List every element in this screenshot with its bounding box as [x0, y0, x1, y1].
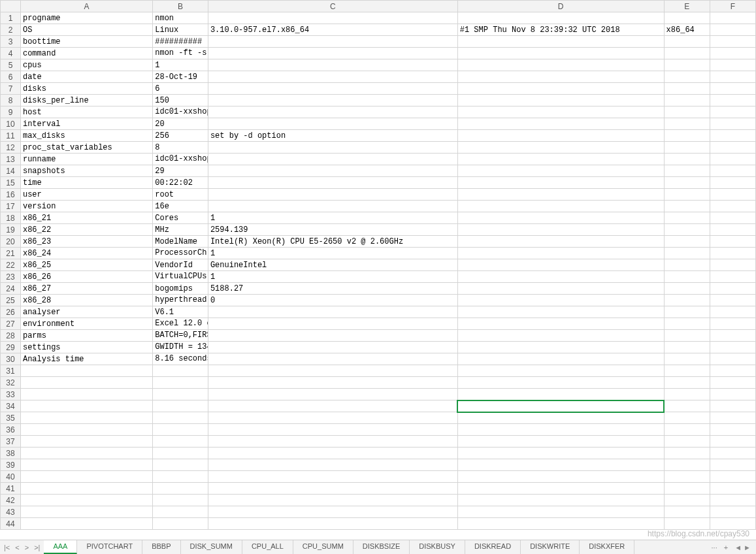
cell[interactable] [153, 400, 208, 412]
cell[interactable]: 00:22:02 [153, 177, 208, 189]
cell[interactable] [710, 400, 755, 412]
cell[interactable] [457, 83, 664, 95]
cell[interactable] [710, 318, 755, 330]
row-head[interactable]: 32 [1, 377, 21, 389]
cell[interactable]: disks [20, 83, 152, 95]
cell[interactable]: root [153, 189, 208, 201]
cell[interactable]: settings [20, 342, 152, 353]
cell[interactable] [664, 436, 710, 448]
column-headers[interactable]: A B C D E F [1, 1, 756, 12]
col-head-B[interactable]: B [153, 1, 208, 12]
cell[interactable] [664, 306, 710, 318]
cell[interactable] [457, 95, 664, 106]
cell[interactable] [457, 271, 664, 283]
cell[interactable] [664, 471, 710, 483]
cell[interactable]: x86_24 [20, 248, 152, 259]
cell[interactable] [457, 459, 664, 471]
cell[interactable] [457, 248, 664, 259]
cell[interactable] [20, 412, 152, 424]
row-head[interactable]: 26 [1, 306, 21, 318]
cell[interactable]: 28-Oct-19 [153, 71, 208, 83]
cell[interactable] [457, 106, 664, 118]
cell[interactable]: VirtualCPUs [153, 271, 208, 283]
cell[interactable] [710, 201, 755, 212]
cell[interactable] [20, 459, 152, 471]
cell[interactable] [710, 212, 755, 224]
cell[interactable]: 1 [208, 212, 457, 224]
sheet-tab[interactable]: DISKREAD [465, 540, 521, 554]
row-head[interactable]: 22 [1, 259, 21, 271]
cell[interactable] [664, 506, 710, 518]
cell[interactable] [710, 177, 755, 189]
cell[interactable] [208, 201, 457, 212]
cell[interactable] [208, 12, 457, 24]
row-head[interactable]: 17 [1, 201, 21, 212]
col-head-A[interactable]: A [20, 1, 152, 12]
cell[interactable] [710, 495, 755, 506]
cell[interactable]: nmon -ft -s 20 -c 500 -m /tmp/nmon_data [153, 48, 208, 59]
cell[interactable] [664, 377, 710, 389]
cell[interactable] [710, 365, 755, 377]
cell[interactable] [457, 471, 664, 483]
hscroll-indicator[interactable]: ◄ ► [734, 544, 751, 551]
cell[interactable] [664, 236, 710, 248]
cell[interactable] [664, 130, 710, 142]
cell[interactable] [457, 48, 664, 59]
cell[interactable] [457, 212, 664, 224]
cell[interactable] [20, 495, 152, 506]
row-head[interactable]: 41 [1, 483, 21, 495]
cell[interactable] [208, 377, 457, 389]
cell[interactable] [208, 471, 457, 483]
cell[interactable] [710, 389, 755, 400]
cell[interactable] [664, 201, 710, 212]
cell[interactable] [208, 71, 457, 83]
cell[interactable]: bogomips [153, 283, 208, 295]
tab-last-button[interactable]: >| [34, 544, 40, 551]
cell[interactable]: hyperthread [153, 295, 208, 306]
cell[interactable]: Excel 12.0 on Windows (64-bit) NT 6.1 [153, 318, 208, 330]
col-head-D[interactable]: D [457, 1, 664, 12]
row-head[interactable]: 35 [1, 412, 21, 424]
sheet-tab[interactable]: CPU_SUMM [293, 540, 353, 554]
cell[interactable]: #1 SMP Thu Nov 8 23:39:32 UTC 2018 [457, 24, 664, 36]
cell[interactable] [710, 342, 755, 353]
row-head[interactable]: 2 [1, 24, 21, 36]
cell[interactable] [664, 106, 710, 118]
cell[interactable] [664, 342, 710, 353]
cell[interactable] [208, 365, 457, 377]
sheet-tab[interactable]: DISKBUSY [410, 540, 465, 554]
cell[interactable] [457, 189, 664, 201]
row-head[interactable]: 10 [1, 118, 21, 130]
cell[interactable] [664, 71, 710, 83]
cell[interactable] [20, 424, 152, 436]
row-head[interactable]: 38 [1, 448, 21, 459]
cell[interactable] [457, 236, 664, 248]
cell[interactable] [710, 412, 755, 424]
cell[interactable] [710, 424, 755, 436]
cell[interactable] [664, 142, 710, 154]
cell[interactable] [208, 165, 457, 177]
cell[interactable] [710, 506, 755, 518]
cell[interactable] [20, 436, 152, 448]
cell[interactable] [710, 36, 755, 48]
cell[interactable] [664, 118, 710, 130]
cell[interactable]: ModelName [153, 236, 208, 248]
cell[interactable] [457, 353, 664, 365]
sheet-tab[interactable]: DISKBSIZE [353, 540, 410, 554]
cell[interactable] [710, 448, 755, 459]
cell[interactable]: boottime [20, 36, 152, 48]
row-head[interactable]: 27 [1, 318, 21, 330]
cell[interactable] [208, 36, 457, 48]
cell[interactable]: analyser [20, 306, 152, 318]
cell[interactable]: Analysis time [20, 353, 152, 365]
cell[interactable]: ########## [153, 36, 208, 48]
row-head[interactable]: 40 [1, 471, 21, 483]
cell[interactable] [457, 377, 664, 389]
row-head[interactable]: 24 [1, 283, 21, 295]
row-head[interactable]: 18 [1, 212, 21, 224]
row-head[interactable]: 29 [1, 342, 21, 353]
cell[interactable] [20, 518, 152, 530]
row-head[interactable]: 6 [1, 71, 21, 83]
cell[interactable] [208, 48, 457, 59]
cell[interactable]: idc01-xxshop-nginx-node1 [153, 106, 208, 118]
